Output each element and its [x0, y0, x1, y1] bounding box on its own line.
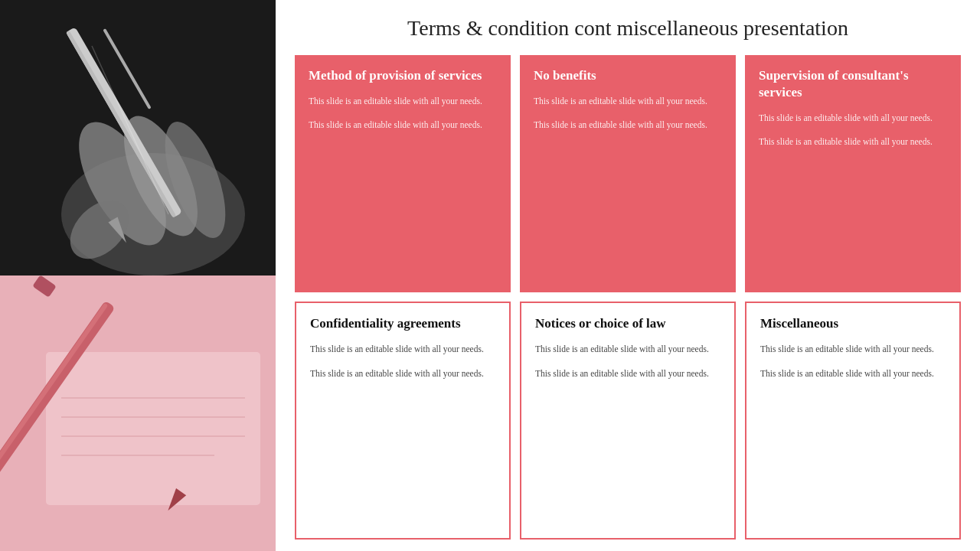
right-panel: Terms & condition cont miscellaneous pre…: [276, 0, 980, 551]
card-confidentiality-title: Confidentiality agreements: [310, 315, 495, 332]
card-supervision: Supervision of consultant's services Thi…: [745, 55, 961, 293]
card-confidentiality-text2-block: This slide is an editable slide with all…: [310, 367, 495, 380]
left-panel: [0, 0, 276, 551]
card-method-text2: This slide is an editable slide with all…: [309, 119, 497, 132]
card-no-benefits-text1-block: This slide is an editable slide with all…: [534, 95, 722, 108]
left-panel-top: [0, 0, 276, 276]
card-miscellaneous-text1: This slide is an editable slide with all…: [760, 343, 946, 356]
card-method-title: Method of provision of services: [309, 67, 497, 84]
card-notices-title: Notices or choice of law: [535, 315, 720, 332]
card-no-benefits-text2-block: This slide is an editable slide with all…: [534, 119, 722, 132]
card-method-text2-block: This slide is an editable slide with all…: [309, 119, 497, 132]
card-miscellaneous-text2-block: This slide is an editable slide with all…: [760, 367, 946, 380]
cards-grid: Method of provision of services This sli…: [295, 55, 961, 540]
card-notices: Notices or choice of law This slide is a…: [520, 302, 736, 540]
card-supervision-text2-block: This slide is an editable slide with all…: [759, 135, 947, 148]
card-supervision-text1-block: This slide is an editable slide with all…: [759, 112, 947, 125]
card-confidentiality-text1-block: This slide is an editable slide with all…: [310, 343, 495, 356]
card-method-text1-block: This slide is an editable slide with all…: [309, 95, 497, 108]
card-notices-text2: This slide is an editable slide with all…: [535, 367, 720, 380]
card-no-benefits: No benefits This slide is an editable sl…: [520, 55, 736, 293]
card-supervision-text1: This slide is an editable slide with all…: [759, 112, 947, 125]
card-confidentiality-text1: This slide is an editable slide with all…: [310, 343, 495, 356]
left-panel-bottom: [0, 276, 276, 551]
pen-grayscale-illustration: [0, 0, 276, 276]
card-no-benefits-title: No benefits: [534, 67, 722, 84]
card-method-of-provision: Method of provision of services This sli…: [295, 55, 511, 293]
card-method-text1: This slide is an editable slide with all…: [309, 95, 497, 108]
card-notices-text2-block: This slide is an editable slide with all…: [535, 367, 720, 380]
card-supervision-text2: This slide is an editable slide with all…: [759, 135, 947, 148]
card-miscellaneous: Miscellaneous This slide is an editable …: [745, 302, 961, 540]
card-supervision-title: Supervision of consultant's services: [759, 67, 947, 101]
card-miscellaneous-text2: This slide is an editable slide with all…: [760, 367, 946, 380]
card-no-benefits-text1: This slide is an editable slide with all…: [534, 95, 722, 108]
card-notices-text1-block: This slide is an editable slide with all…: [535, 343, 720, 356]
card-no-benefits-text2: This slide is an editable slide with all…: [534, 119, 722, 132]
pen-pink-illustration: [0, 276, 276, 551]
card-confidentiality-text2: This slide is an editable slide with all…: [310, 367, 495, 380]
card-miscellaneous-title: Miscellaneous: [760, 315, 946, 332]
card-miscellaneous-text1-block: This slide is an editable slide with all…: [760, 343, 946, 356]
svg-rect-12: [46, 352, 260, 505]
page-title: Terms & condition cont miscellaneous pre…: [295, 15, 961, 41]
card-notices-text1: This slide is an editable slide with all…: [535, 343, 720, 356]
card-confidentiality: Confidentiality agreements This slide is…: [295, 302, 511, 540]
